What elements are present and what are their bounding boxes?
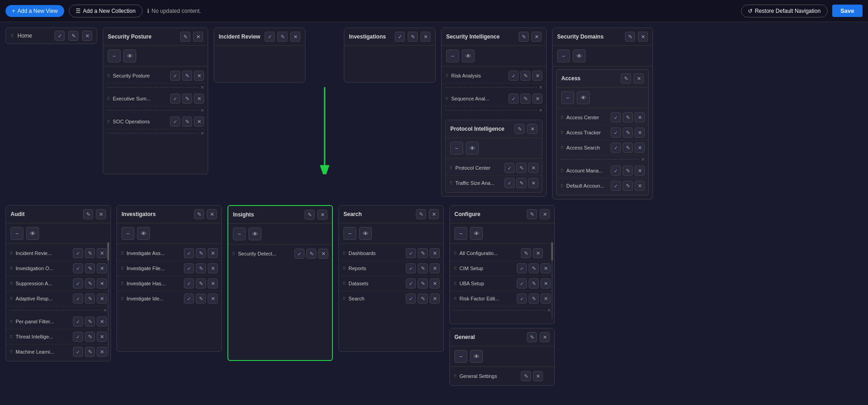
investigators-minus-btn[interactable]: − (122, 227, 134, 240)
item-close-btn[interactable]: ✕ (318, 249, 328, 259)
item-edit-btn[interactable]: ✎ (529, 294, 539, 304)
separator-close-btn[interactable]: ✕ (547, 308, 551, 313)
separator-close-btn[interactable]: ✕ (200, 131, 204, 136)
item-check-btn[interactable]: ✓ (170, 94, 180, 104)
item-close-btn[interactable]: ✕ (541, 263, 551, 273)
general-minus-btn[interactable]: − (454, 350, 467, 363)
item-close-btn[interactable]: ✕ (635, 143, 645, 153)
general-eye-btn[interactable]: 👁 (470, 350, 483, 363)
si-eye-btn[interactable]: 👁 (462, 50, 475, 62)
security-intelligence-edit-btn[interactable]: ✎ (519, 32, 529, 42)
pi-edit-btn[interactable]: ✎ (514, 124, 525, 134)
investigations-edit-btn[interactable]: ✎ (408, 32, 418, 42)
insights-close-btn[interactable]: ✕ (317, 210, 327, 220)
home-close-btn[interactable]: ✕ (82, 31, 92, 41)
item-edit-btn[interactable]: ✎ (85, 248, 95, 258)
item-check-btn[interactable]: ✓ (170, 71, 180, 81)
sd-eye-btn[interactable]: 👁 (573, 50, 586, 62)
si-minus-btn[interactable]: − (446, 50, 459, 62)
item-edit-btn[interactable]: ✎ (418, 294, 428, 304)
item-edit-btn[interactable]: ✎ (529, 263, 539, 273)
access-close-btn[interactable]: ✕ (634, 73, 644, 83)
configure-minus-btn[interactable]: − (454, 227, 467, 240)
item-check-btn[interactable]: ✓ (184, 278, 194, 288)
item-close-btn[interactable]: ✕ (194, 94, 204, 104)
item-check-btn[interactable]: ✓ (170, 117, 180, 127)
item-close-btn[interactable]: ✕ (541, 278, 551, 288)
item-close-btn[interactable]: ✕ (97, 294, 107, 304)
item-check-btn[interactable]: ✓ (184, 263, 194, 273)
incident-review-check-btn[interactable]: ✓ (265, 32, 275, 42)
item-close-btn[interactable]: ✕ (97, 263, 107, 273)
item-edit-btn[interactable]: ✎ (85, 278, 95, 288)
save-button[interactable]: Save (832, 5, 862, 17)
item-check-btn[interactable]: ✓ (611, 143, 621, 153)
item-close-btn[interactable]: ✕ (97, 248, 107, 258)
item-close-btn[interactable]: ✕ (430, 263, 440, 273)
item-check-btn[interactable]: ✓ (406, 278, 416, 288)
audit-eye-btn[interactable]: 👁 (26, 227, 39, 240)
item-close-btn[interactable]: ✕ (208, 263, 218, 273)
security-intelligence-close-btn[interactable]: ✕ (531, 32, 542, 42)
item-close-btn[interactable]: ✕ (208, 294, 218, 304)
investigations-close-btn[interactable]: ✕ (420, 32, 431, 42)
item-edit-btn[interactable]: ✎ (623, 166, 633, 176)
insights-minus-btn[interactable]: − (233, 227, 246, 240)
home-check-btn[interactable]: ✓ (55, 31, 65, 41)
investigators-eye-btn[interactable]: 👁 (137, 227, 150, 240)
investigators-close-btn[interactable]: ✕ (207, 209, 217, 219)
item-check-btn[interactable]: ✓ (517, 294, 527, 304)
item-check-btn[interactable]: ✓ (73, 347, 83, 357)
item-check-btn[interactable]: ✓ (509, 71, 519, 81)
item-check-btn[interactable]: ✓ (184, 294, 194, 304)
item-close-btn[interactable]: ✕ (635, 166, 645, 176)
item-edit-btn[interactable]: ✎ (85, 294, 95, 304)
pi-minus-btn[interactable]: − (450, 142, 463, 155)
insights-edit-btn[interactable]: ✎ (304, 210, 315, 220)
investigations-check-btn[interactable]: ✓ (395, 32, 405, 42)
sd-edit-btn[interactable]: ✎ (625, 32, 635, 42)
item-edit-btn[interactable]: ✎ (418, 263, 428, 273)
access-edit-btn[interactable]: ✎ (621, 73, 631, 83)
separator-close-btn[interactable]: ✕ (539, 108, 542, 113)
add-view-button[interactable]: + Add a New View (6, 5, 64, 17)
item-check-btn[interactable]: ✓ (73, 316, 83, 327)
item-check-btn[interactable]: ✓ (611, 166, 621, 176)
audit-edit-btn[interactable]: ✎ (83, 209, 93, 219)
item-close-btn[interactable]: ✕ (430, 248, 440, 258)
security-posture-minus-btn[interactable]: − (108, 50, 121, 62)
security-posture-edit-btn[interactable]: ✎ (180, 32, 190, 42)
item-edit-btn[interactable]: ✎ (182, 117, 192, 127)
separator-close-btn[interactable]: ✕ (539, 85, 542, 90)
item-close-btn[interactable]: ✕ (532, 94, 542, 104)
item-edit-btn[interactable]: ✎ (85, 263, 95, 273)
item-close-btn[interactable]: ✕ (532, 71, 542, 81)
item-check-btn[interactable]: ✓ (611, 112, 621, 122)
investigators-edit-btn[interactable]: ✎ (194, 209, 204, 219)
item-edit-btn[interactable]: ✎ (196, 278, 206, 288)
search-close-btn[interactable]: ✕ (429, 209, 439, 219)
item-check-btn[interactable]: ✓ (73, 294, 83, 304)
item-close-btn[interactable]: ✕ (430, 294, 440, 304)
item-close-btn[interactable]: ✕ (635, 128, 645, 138)
item-edit-btn[interactable]: ✎ (196, 263, 206, 273)
item-close-btn[interactable]: ✕ (194, 117, 204, 127)
insights-eye-btn[interactable]: 👁 (249, 227, 261, 240)
item-edit-btn[interactable]: ✎ (623, 128, 633, 138)
item-check-btn[interactable]: ✓ (73, 248, 83, 258)
item-check-btn[interactable]: ✓ (73, 278, 83, 288)
item-edit-btn[interactable]: ✎ (516, 178, 526, 188)
sd-minus-btn[interactable]: − (557, 50, 570, 62)
item-edit-btn[interactable]: ✎ (196, 248, 206, 258)
item-check-btn[interactable]: ✓ (184, 248, 194, 258)
search-eye-btn[interactable]: 👁 (359, 227, 372, 240)
item-close-btn[interactable]: ✕ (528, 163, 538, 173)
item-check-btn[interactable]: ✓ (73, 332, 83, 342)
incident-review-close-btn[interactable]: ✕ (290, 32, 300, 42)
item-close-btn[interactable]: ✕ (97, 332, 107, 342)
item-check-btn[interactable]: ✓ (406, 294, 416, 304)
item-edit-btn[interactable]: ✎ (520, 71, 531, 81)
item-close-btn[interactable]: ✕ (97, 347, 107, 357)
item-check-btn[interactable]: ✓ (517, 278, 527, 288)
separator-close-btn[interactable]: ✕ (200, 108, 204, 113)
